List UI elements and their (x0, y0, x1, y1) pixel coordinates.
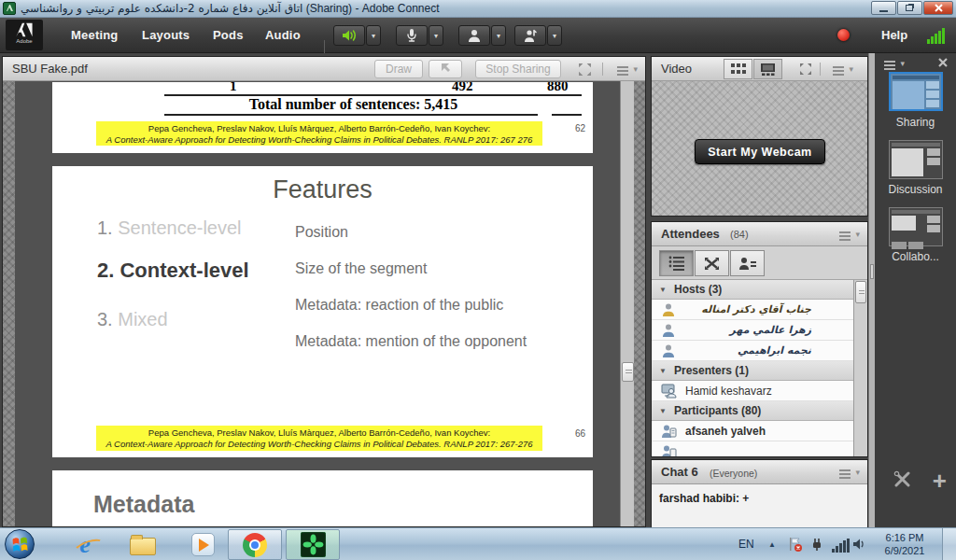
network-signal-icon[interactable] (832, 539, 850, 553)
share-scrollbar-thumb[interactable] (622, 362, 634, 382)
list-view-icon (668, 256, 685, 271)
speaker-button[interactable] (333, 25, 365, 46)
share-pod-menu[interactable]: ▾ (617, 64, 638, 76)
app-icon (3, 2, 16, 15)
show-desktop-button[interactable] (942, 528, 956, 560)
microphone-dropdown[interactable]: ▾ (429, 25, 443, 46)
host-row[interactable]: نجمه ابراهيمي (652, 341, 867, 361)
layouts-panel: ▾ Sharing Discussion Collabo... + (875, 53, 956, 527)
internet-explorer-icon[interactable]: e (71, 531, 99, 558)
chat-messages[interactable]: farshad habibi: + (652, 484, 867, 527)
chat-pod: Chat 6 (Everyone) ▾ farshad habibi: + (651, 459, 868, 527)
layout-sharing-thumbnail[interactable] (889, 72, 943, 111)
share-scrollbar[interactable] (620, 81, 634, 526)
layout-sharing-label[interactable]: Sharing (875, 116, 956, 129)
participants-section-header[interactable]: ▼Participants (80) (652, 401, 867, 421)
fullscreen-icon[interactable] (578, 63, 592, 77)
fullscreen-icon[interactable] (799, 63, 812, 76)
help-menu[interactable]: Help (881, 18, 907, 53)
pointer-button[interactable] (429, 60, 462, 78)
attendees-pod-menu[interactable]: ▾ (839, 230, 860, 241)
attendees-scrollbar[interactable] (853, 280, 867, 456)
attendees-list: ▼Hosts (3) جناب آقاي دكتر امناله زهرا عا… (652, 280, 867, 456)
adobe-connect-taskbar-button[interactable] (286, 529, 340, 560)
presenters-section-header[interactable]: ▼Presenters (1) (652, 361, 867, 381)
participant-row-partial[interactable] (652, 441, 867, 456)
file-explorer-icon[interactable] (129, 531, 157, 558)
microphone-icon (406, 28, 417, 43)
table-cell: 880 (547, 82, 569, 94)
attendee-list-view-button[interactable] (659, 250, 694, 276)
grid-view-icon (731, 63, 746, 75)
tray-expand-icon[interactable]: ▲ (768, 540, 776, 549)
adobe-logo-icon: Adobe (6, 20, 43, 50)
splitter-grip-icon[interactable] (870, 264, 874, 279)
panel-splitter[interactable] (868, 53, 875, 527)
menu-audio[interactable]: Audio (265, 18, 301, 53)
layouts-panel-close-icon[interactable] (937, 57, 949, 68)
attendees-scrollbar-thumb[interactable] (855, 281, 866, 303)
status-dropdown[interactable]: ▾ (547, 25, 562, 46)
webcam-button[interactable] (458, 25, 490, 46)
action-center-flag-icon[interactable] (787, 537, 803, 553)
host-row[interactable]: جناب آقاي دكتر امناله (652, 300, 867, 320)
restore-button[interactable] (897, 1, 922, 15)
participant-row[interactable]: afsaneh yalveh (652, 421, 867, 441)
host-row[interactable]: زهرا عالمي مهر (652, 320, 867, 341)
start-button[interactable] (5, 529, 35, 559)
grid-view-button[interactable] (724, 59, 752, 79)
add-layout-button[interactable]: + (933, 471, 947, 490)
attendees-toolbar (652, 246, 867, 280)
feature-item-3: 3. Mixed (97, 309, 168, 330)
raise-hand-icon (523, 28, 538, 43)
host-avatar-icon (661, 343, 676, 358)
video-pod-menu[interactable]: ▾ (833, 64, 853, 76)
slide-page-number: 66 (575, 428, 585, 439)
volume-tray-icon[interactable] (852, 538, 867, 551)
pod-options-wrench-icon[interactable] (893, 470, 911, 488)
attendee-name: زهرا عالمي مهر (730, 320, 811, 341)
attendee-status-view-button[interactable] (730, 250, 765, 276)
menu-layouts[interactable]: Layouts (142, 18, 190, 53)
minimize-button[interactable] (871, 1, 896, 15)
speaker-dropdown[interactable]: ▾ (366, 25, 381, 46)
attendee-name: نجمه ابراهيمي (738, 341, 811, 361)
breakout-view-button[interactable] (695, 250, 729, 276)
filmstrip-view-button[interactable] (753, 59, 782, 79)
feature-detail: Metadata: reaction of the public (295, 297, 503, 314)
layouts-panel-menu[interactable]: ▾ (884, 59, 905, 70)
layout-collaboration-thumbnail[interactable] (889, 207, 943, 246)
slide-page-number: 62 (575, 123, 585, 133)
draw-button[interactable]: Draw (374, 60, 423, 78)
menu-meeting[interactable]: Meeting (71, 18, 119, 53)
language-indicator[interactable]: EN (738, 538, 754, 551)
microphone-button[interactable] (396, 25, 428, 46)
layout-collaboration-label[interactable]: Collabo... (875, 250, 956, 263)
start-webcam-button[interactable]: Start My Webcam (695, 139, 825, 164)
header-separator (602, 63, 603, 76)
chat-pod-menu[interactable]: ▾ (839, 468, 860, 479)
citation-highlight: Pepa Gencheva, Preslav Nakov, Lluís Màrq… (96, 426, 542, 451)
taskbar: e EN ▲ 6:16 PM 6/9/20 (0, 527, 956, 560)
presenter-row[interactable]: Hamid keshavarz (652, 381, 867, 401)
attendee-name: Hamid keshavarz (685, 381, 772, 401)
restore-icon (906, 5, 913, 11)
status-button[interactable] (514, 25, 546, 46)
media-player-icon[interactable] (189, 531, 217, 558)
slide-page-metadata: Metadata (52, 470, 593, 526)
menu-pods[interactable]: Pods (213, 18, 244, 53)
layout-discussion-thumbnail[interactable] (889, 140, 943, 179)
hosts-section-header[interactable]: ▼Hosts (3) (652, 280, 867, 300)
stop-sharing-button[interactable]: Stop Sharing (475, 60, 561, 78)
connection-status-icon[interactable] (927, 28, 945, 44)
window-title-english: (Sharing) - Adobe Connect (306, 2, 440, 15)
share-left-gutter (3, 81, 15, 526)
chrome-taskbar-button[interactable] (228, 529, 282, 560)
attendees-count: (84) (730, 229, 749, 240)
power-plug-icon[interactable] (809, 537, 824, 553)
taskbar-clock[interactable]: 6:16 PM 6/9/2021 (871, 531, 938, 557)
adobe-connect-window: اتاق آنلاين دفاع شماره 2-دانشكده علوم تر… (0, 0, 956, 560)
close-button[interactable] (923, 1, 953, 15)
webcam-dropdown[interactable]: ▾ (491, 25, 506, 46)
layout-discussion-label[interactable]: Discussion (875, 183, 956, 196)
